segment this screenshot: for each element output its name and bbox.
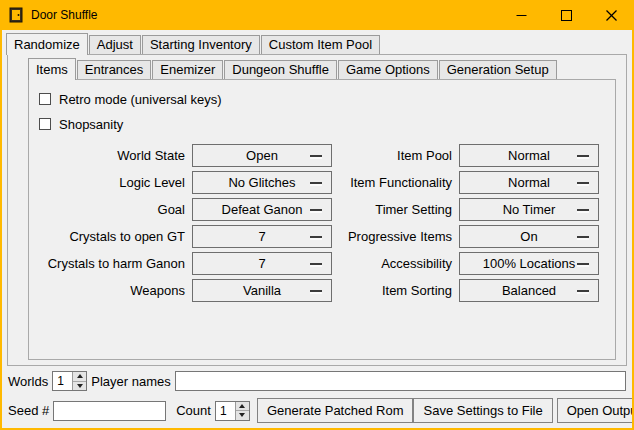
worlds-row: Worlds Player names — [8, 370, 626, 392]
seed-row: Seed # Count Generate Patched Rom Save S… — [8, 398, 626, 423]
spinner-arrows — [72, 372, 86, 390]
app-icon — [8, 7, 24, 23]
field-row: Goal Defeat Ganon Timer Setting No Timer — [37, 198, 615, 221]
crystals-harm-ganon-dropdown[interactable]: 7 — [192, 252, 332, 275]
dropdown-indicator-icon — [310, 290, 322, 292]
progressive-items-dropdown[interactable]: On — [459, 225, 599, 248]
dropdown-indicator-icon — [577, 236, 589, 238]
worlds-label: Worlds — [8, 374, 48, 389]
dropdown-indicator-icon — [310, 155, 322, 157]
tab-game-options[interactable]: Game Options — [338, 60, 438, 79]
item-pool-label: Item Pool — [332, 148, 452, 163]
titlebar: Door Shuffle — [0, 0, 634, 30]
field-row: Crystals to harm Ganon 7 Accessibility 1… — [37, 252, 615, 275]
crystals-open-gt-dropdown[interactable]: 7 — [192, 225, 332, 248]
generate-patched-rom-button[interactable]: Generate Patched Rom — [257, 398, 414, 423]
tab-enemizer[interactable]: Enemizer — [152, 60, 223, 79]
minimize-button[interactable] — [499, 0, 544, 30]
shopsanity-checkbox[interactable]: Shopsanity — [39, 114, 615, 134]
open-output-directory-button[interactable]: Open Output Directory — [557, 398, 632, 423]
shopsanity-label: Shopsanity — [59, 117, 123, 132]
worlds-spinner[interactable] — [52, 371, 87, 391]
checkbox-box[interactable] — [39, 93, 51, 105]
worlds-input[interactable] — [53, 372, 72, 390]
bottom-bar: Worlds Player names Seed # Count — [2, 370, 632, 428]
logic-level-label: Logic Level — [37, 175, 185, 190]
retro-mode-label: Retro mode (universal keys) — [59, 92, 222, 107]
count-up-button[interactable] — [236, 402, 249, 412]
seed-label: Seed # — [8, 403, 49, 418]
tab-custom-item-pool[interactable]: Custom Item Pool — [261, 35, 380, 54]
outer-tabstrip: Randomize Adjust Starting Inventory Cust… — [2, 30, 632, 54]
logic-level-dropdown[interactable]: No Glitches — [192, 171, 332, 194]
items-tab-pane: Retro mode (universal keys) Shopsanity W… — [28, 79, 616, 360]
count-down-button[interactable] — [236, 411, 249, 420]
timer-setting-label: Timer Setting — [332, 202, 452, 217]
door-shuffle-window: Door Shuffle Randomize Adjust Starting I… — [0, 0, 634, 430]
item-sorting-dropdown[interactable]: Balanced — [459, 279, 599, 302]
crystals-harm-ganon-label: Crystals to harm Ganon — [37, 256, 185, 271]
weapons-label: Weapons — [37, 283, 185, 298]
client-area: Randomize Adjust Starting Inventory Cust… — [2, 30, 632, 428]
world-state-label: World State — [37, 148, 185, 163]
dropdown-indicator-icon — [310, 263, 322, 265]
minimize-icon — [516, 10, 527, 21]
window-title: Door Shuffle — [31, 8, 499, 22]
tab-starting-inventory[interactable]: Starting Inventory — [142, 35, 260, 54]
field-row: Weapons Vanilla Item Sorting Balanced — [37, 279, 615, 302]
dropdown-indicator-icon — [310, 209, 322, 211]
tab-entrances[interactable]: Entrances — [77, 60, 152, 79]
player-names-input[interactable] — [175, 371, 626, 391]
dropdown-indicator-icon — [577, 209, 589, 211]
dropdown-indicator-icon — [577, 290, 589, 292]
tab-items[interactable]: Items — [28, 58, 76, 80]
down-arrow-icon — [77, 384, 83, 388]
tab-adjust[interactable]: Adjust — [89, 35, 141, 54]
randomize-tab-pane: Items Entrances Enemizer Dungeon Shuffle… — [7, 54, 627, 366]
field-row: Logic Level No Glitches Item Functionali… — [37, 171, 615, 194]
dropdown-indicator-icon — [577, 182, 589, 184]
field-row: World State Open Item Pool Normal — [37, 144, 615, 167]
item-sorting-label: Item Sorting — [332, 283, 452, 298]
tab-generation-setup[interactable]: Generation Setup — [439, 60, 557, 79]
count-spinner[interactable] — [215, 401, 250, 421]
count-input[interactable] — [216, 402, 235, 420]
accessibility-label: Accessibility — [332, 256, 452, 271]
down-arrow-icon — [239, 413, 245, 417]
inner-tabstrip: Items Entrances Enemizer Dungeon Shuffle… — [28, 55, 626, 79]
dropdown-indicator-icon — [577, 155, 589, 157]
dropdown-indicator-icon — [310, 182, 322, 184]
player-names-label: Player names — [91, 374, 170, 389]
dropdown-indicator-icon — [310, 236, 322, 238]
world-state-dropdown[interactable]: Open — [192, 144, 332, 167]
settings-grid: World State Open Item Pool Normal Logic … — [37, 144, 615, 302]
seed-input[interactable] — [53, 401, 166, 421]
close-button[interactable] — [589, 0, 634, 30]
progressive-items-label: Progressive Items — [332, 229, 452, 244]
weapons-dropdown[interactable]: Vanilla — [192, 279, 332, 302]
timer-setting-dropdown[interactable]: No Timer — [459, 198, 599, 221]
up-arrow-icon — [239, 404, 245, 408]
maximize-button[interactable] — [544, 0, 589, 30]
checkbox-box[interactable] — [39, 118, 51, 130]
maximize-icon — [561, 10, 572, 21]
count-label: Count — [176, 403, 211, 418]
accessibility-dropdown[interactable]: 100% Locations — [459, 252, 599, 275]
retro-mode-checkbox[interactable]: Retro mode (universal keys) — [39, 89, 615, 109]
worlds-up-button[interactable] — [73, 372, 86, 382]
item-pool-dropdown[interactable]: Normal — [459, 144, 599, 167]
tab-dungeon-shuffle[interactable]: Dungeon Shuffle — [224, 60, 337, 79]
close-icon — [606, 10, 617, 21]
goal-dropdown[interactable]: Defeat Ganon — [192, 198, 332, 221]
up-arrow-icon — [77, 374, 83, 378]
tab-randomize[interactable]: Randomize — [6, 33, 88, 55]
worlds-down-button[interactable] — [73, 382, 86, 391]
crystals-open-gt-label: Crystals to open GT — [37, 229, 185, 244]
item-functionality-dropdown[interactable]: Normal — [459, 171, 599, 194]
save-settings-button[interactable]: Save Settings to File — [413, 398, 552, 423]
dropdown-indicator-icon — [577, 263, 589, 265]
spinner-arrows — [235, 402, 249, 420]
field-row: Crystals to open GT 7 Progressive Items … — [37, 225, 615, 248]
goal-label: Goal — [37, 202, 185, 217]
item-functionality-label: Item Functionality — [332, 175, 452, 190]
